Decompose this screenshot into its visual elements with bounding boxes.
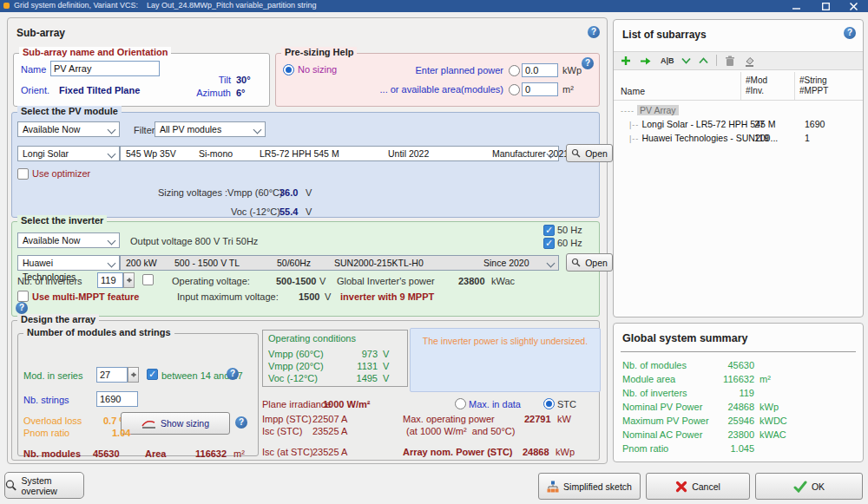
nb-strings-input[interactable] [96,391,138,407]
cancel-button[interactable]: Cancel [646,473,750,500]
vmpp-label: Vmpp (60°C) [227,187,283,198]
summary-row-label: Nb. of modules [622,360,687,370]
between-checkbox[interactable] [147,369,158,380]
close-button[interactable] [842,0,865,12]
use-optimizer-label: Use optimizer [32,168,90,179]
show-sizing-button[interactable]: Show sizing [121,412,230,435]
inverter-spec-freq: 50/60Hz [277,256,311,271]
inverter-manufacturer-dropdown[interactable]: Huawei Technologies [17,255,120,271]
subarrays-list-help-icon[interactable] [844,27,856,39]
mppt-note: inverter with 9 MPPT [340,291,434,302]
oc-row-unit: V [383,373,389,383]
tree-row[interactable]: |-- Huawei Technologies - SUN200... 119 … [629,133,857,143]
column-header-string[interactable]: #String [799,75,827,85]
no-sizing-radio[interactable] [283,64,294,75]
freq-60hz-label: 60 Hz [557,238,582,248]
summary-row-value: 1.045 [700,443,754,454]
system-overview-button[interactable]: System overview [4,472,84,499]
subarray-name-input[interactable] [50,61,160,76]
minimize-button[interactable] [785,0,807,12]
pv-availability-dropdown[interactable]: Available Now [17,121,120,137]
column-header-inv[interactable]: #Inv. [746,86,764,95]
subarray-panel-title: Sub-array [16,27,65,39]
show-sizing-help-icon[interactable] [235,416,247,429]
pv-filter-dropdown[interactable]: All PV modules [155,121,266,137]
inverter-availability-value: Available Now [23,235,80,245]
oc-row-value: 1131 [343,361,378,371]
pv-manufacturer-value: Longi Solar [23,148,69,159]
summary-divider [621,351,856,352]
maximize-button[interactable] [814,0,837,12]
summary-row-label: Maximum PV Power [622,416,709,426]
mod-series-spinner[interactable] [128,367,139,383]
pv-filter-value: All PV modules [160,124,221,134]
inverter-help-icon[interactable] [16,302,28,314]
nb-strings-label: Nb. strings [23,395,69,405]
pv-open-button[interactable]: Open [566,144,613,162]
clear-subarray-button[interactable] [744,54,755,68]
move-down-button[interactable] [681,54,691,68]
subarray-help-icon[interactable] [588,26,600,38]
inverter-spec-model: SUN2000-215KTL-H0 [334,256,424,271]
search-icon [5,479,17,492]
planned-power-radio[interactable] [509,65,520,76]
column-header-mppt[interactable]: #MPPT [799,86,828,95]
tree-root-row[interactable]: ---- PV Array [621,105,679,115]
pv-manufacturer-dropdown[interactable]: Longi Solar [17,146,120,161]
nb-inverters-input[interactable] [97,272,123,288]
tree-root-label: PV Array [637,105,678,115]
inverter-combo[interactable]: 200 kW 500 - 1500 V TL 50/60Hz SUN2000-2… [120,255,559,271]
inverter-availability-dropdown[interactable]: Available Now [17,232,120,248]
rename-subarray-button[interactable]: A|B [661,54,674,68]
inverter-lock-checkbox[interactable] [142,274,154,285]
eraser-icon [744,56,755,67]
max-in-data-radio[interactable] [455,398,466,409]
column-header-mod[interactable]: #Mod [746,75,767,85]
summary-row-label: Pnom ratio [622,443,668,454]
max-operating-power-label: Max. operating power [403,414,495,424]
array-nom-power-unit: kWp [556,447,575,457]
cancel-x-icon [675,481,687,493]
isc-at-stc-label: Isc (at STC) [262,447,313,457]
summary-row-label: Nominal PV Power [622,402,702,412]
add-subarray-button[interactable] [621,54,631,68]
azimuth-value: 6° [236,88,246,98]
simplified-sketch-button[interactable]: Simplified sketch [538,473,641,500]
name-label: Name [21,64,46,75]
use-optimizer-checkbox[interactable] [17,168,29,180]
oc-row-label: Vmpp (60°C) [268,349,324,359]
summary-row-label: Nb. of inverters [622,388,687,398]
available-area-unit: m² [562,84,574,95]
inverter-open-button[interactable]: Open [566,253,613,272]
available-area-input[interactable] [522,82,558,96]
oc-row-label: Vmpp (20°C) [268,361,324,371]
multi-mppt-checkbox[interactable] [17,291,29,302]
plane-irradiance-value: 1000 W/m² [323,399,370,409]
mod-series-input[interactable] [96,367,128,383]
tilt-label: Tilt [196,75,231,85]
maximize-icon [822,3,830,10]
arrow-right-icon [640,56,652,66]
stc-radio[interactable] [543,398,555,409]
duplicate-subarray-button[interactable] [640,54,652,68]
delete-subarray-button[interactable] [725,54,735,68]
operating-conditions-box: Operating conditions Vmpp (60°C) 973 V V… [262,330,408,387]
pv-module-combo[interactable]: 545 Wp 35V Si-mono LR5-72 HPH 545 M Unti… [120,146,559,161]
nb-inverters-spinner[interactable] [123,272,135,288]
freq-60hz-checkbox[interactable] [543,238,555,249]
move-up-button[interactable] [699,54,708,68]
cancel-label: Cancel [692,481,720,492]
column-header-name[interactable]: Name [621,86,645,96]
freq-50hz-checkbox[interactable] [543,225,555,236]
show-sizing-label: Show sizing [161,418,209,429]
presizing-help-icon[interactable] [582,57,594,69]
pnom-ratio-value: 1.04 [112,428,130,438]
ok-button[interactable]: OK [755,473,863,500]
oc-row-value: 1495 [343,373,378,383]
mod-series-help-icon[interactable] [227,368,239,380]
available-area-radio[interactable] [509,84,520,95]
summary-row-value: 119 [700,388,754,398]
name-orientation-fieldset: Sub-array name and Orientation Name Orie… [13,53,270,107]
tree-row[interactable]: |-- Longi Solar - LR5-72 HPH 545 M 27 16… [629,119,857,129]
planned-power-input[interactable] [522,63,558,77]
